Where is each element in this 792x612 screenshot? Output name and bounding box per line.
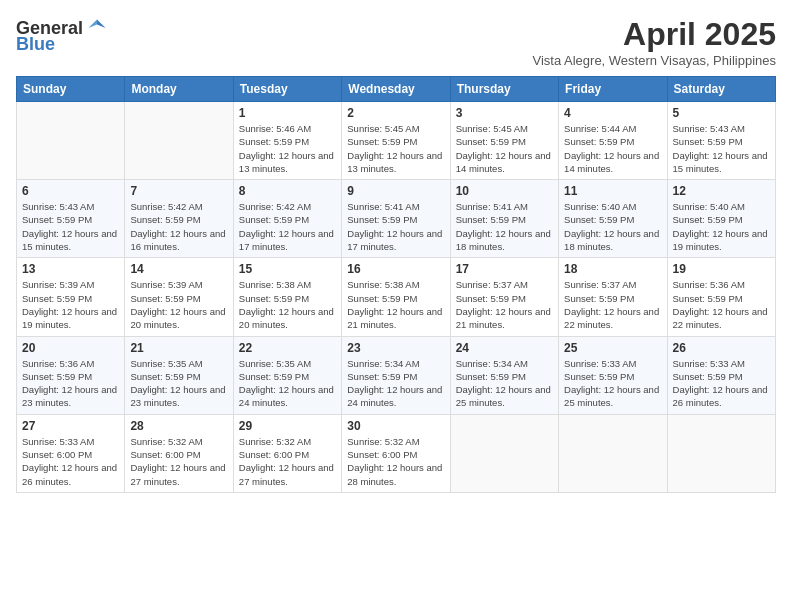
calendar-cell <box>450 414 558 492</box>
day-info: Sunrise: 5:38 AMSunset: 5:59 PMDaylight:… <box>347 278 444 331</box>
logo: General Blue <box>16 16 109 55</box>
calendar-cell: 21Sunrise: 5:35 AMSunset: 5:59 PMDayligh… <box>125 336 233 414</box>
calendar-cell: 18Sunrise: 5:37 AMSunset: 5:59 PMDayligh… <box>559 258 667 336</box>
title-block: April 2025 Vista Alegre, Western Visayas… <box>532 16 776 68</box>
day-number: 30 <box>347 419 444 433</box>
logo-blue: Blue <box>16 34 55 55</box>
day-number: 6 <box>22 184 119 198</box>
calendar-cell: 7Sunrise: 5:42 AMSunset: 5:59 PMDaylight… <box>125 180 233 258</box>
calendar-cell: 3Sunrise: 5:45 AMSunset: 5:59 PMDaylight… <box>450 102 558 180</box>
day-info: Sunrise: 5:39 AMSunset: 5:59 PMDaylight:… <box>22 278 119 331</box>
calendar-cell: 20Sunrise: 5:36 AMSunset: 5:59 PMDayligh… <box>17 336 125 414</box>
day-info: Sunrise: 5:37 AMSunset: 5:59 PMDaylight:… <box>456 278 553 331</box>
day-number: 21 <box>130 341 227 355</box>
day-info: Sunrise: 5:42 AMSunset: 5:59 PMDaylight:… <box>130 200 227 253</box>
calendar-cell: 10Sunrise: 5:41 AMSunset: 5:59 PMDayligh… <box>450 180 558 258</box>
day-number: 22 <box>239 341 336 355</box>
calendar-cell: 13Sunrise: 5:39 AMSunset: 5:59 PMDayligh… <box>17 258 125 336</box>
weekday-header-tuesday: Tuesday <box>233 77 341 102</box>
calendar-cell: 1Sunrise: 5:46 AMSunset: 5:59 PMDaylight… <box>233 102 341 180</box>
calendar-cell: 6Sunrise: 5:43 AMSunset: 5:59 PMDaylight… <box>17 180 125 258</box>
calendar-week-1: 1Sunrise: 5:46 AMSunset: 5:59 PMDaylight… <box>17 102 776 180</box>
location-text: Vista Alegre, Western Visayas, Philippin… <box>532 53 776 68</box>
day-info: Sunrise: 5:40 AMSunset: 5:59 PMDaylight:… <box>564 200 661 253</box>
day-number: 27 <box>22 419 119 433</box>
day-number: 24 <box>456 341 553 355</box>
day-number: 16 <box>347 262 444 276</box>
calendar-cell: 28Sunrise: 5:32 AMSunset: 6:00 PMDayligh… <box>125 414 233 492</box>
day-number: 12 <box>673 184 770 198</box>
day-info: Sunrise: 5:42 AMSunset: 5:59 PMDaylight:… <box>239 200 336 253</box>
calendar-cell: 23Sunrise: 5:34 AMSunset: 5:59 PMDayligh… <box>342 336 450 414</box>
day-number: 15 <box>239 262 336 276</box>
day-number: 1 <box>239 106 336 120</box>
day-info: Sunrise: 5:43 AMSunset: 5:59 PMDaylight:… <box>22 200 119 253</box>
day-number: 19 <box>673 262 770 276</box>
day-info: Sunrise: 5:32 AMSunset: 6:00 PMDaylight:… <box>347 435 444 488</box>
day-number: 18 <box>564 262 661 276</box>
day-number: 28 <box>130 419 227 433</box>
day-info: Sunrise: 5:34 AMSunset: 5:59 PMDaylight:… <box>456 357 553 410</box>
day-number: 13 <box>22 262 119 276</box>
calendar-cell <box>559 414 667 492</box>
day-number: 23 <box>347 341 444 355</box>
day-number: 14 <box>130 262 227 276</box>
day-info: Sunrise: 5:35 AMSunset: 5:59 PMDaylight:… <box>130 357 227 410</box>
day-info: Sunrise: 5:33 AMSunset: 6:00 PMDaylight:… <box>22 435 119 488</box>
calendar-cell: 9Sunrise: 5:41 AMSunset: 5:59 PMDaylight… <box>342 180 450 258</box>
day-info: Sunrise: 5:41 AMSunset: 5:59 PMDaylight:… <box>347 200 444 253</box>
calendar-cell: 14Sunrise: 5:39 AMSunset: 5:59 PMDayligh… <box>125 258 233 336</box>
day-info: Sunrise: 5:37 AMSunset: 5:59 PMDaylight:… <box>564 278 661 331</box>
weekday-header-saturday: Saturday <box>667 77 775 102</box>
calendar-cell: 4Sunrise: 5:44 AMSunset: 5:59 PMDaylight… <box>559 102 667 180</box>
day-number: 26 <box>673 341 770 355</box>
day-number: 7 <box>130 184 227 198</box>
day-number: 20 <box>22 341 119 355</box>
calendar-cell: 11Sunrise: 5:40 AMSunset: 5:59 PMDayligh… <box>559 180 667 258</box>
calendar-cell: 16Sunrise: 5:38 AMSunset: 5:59 PMDayligh… <box>342 258 450 336</box>
day-number: 5 <box>673 106 770 120</box>
day-info: Sunrise: 5:36 AMSunset: 5:59 PMDaylight:… <box>673 278 770 331</box>
page-header: General Blue April 2025 Vista Alegre, We… <box>16 16 776 68</box>
weekday-header-row: SundayMondayTuesdayWednesdayThursdayFrid… <box>17 77 776 102</box>
day-number: 4 <box>564 106 661 120</box>
calendar-cell: 30Sunrise: 5:32 AMSunset: 6:00 PMDayligh… <box>342 414 450 492</box>
calendar-cell: 26Sunrise: 5:33 AMSunset: 5:59 PMDayligh… <box>667 336 775 414</box>
calendar-cell: 5Sunrise: 5:43 AMSunset: 5:59 PMDaylight… <box>667 102 775 180</box>
day-info: Sunrise: 5:45 AMSunset: 5:59 PMDaylight:… <box>456 122 553 175</box>
day-number: 2 <box>347 106 444 120</box>
calendar-cell: 12Sunrise: 5:40 AMSunset: 5:59 PMDayligh… <box>667 180 775 258</box>
day-number: 29 <box>239 419 336 433</box>
calendar-cell: 8Sunrise: 5:42 AMSunset: 5:59 PMDaylight… <box>233 180 341 258</box>
weekday-header-monday: Monday <box>125 77 233 102</box>
calendar-week-3: 13Sunrise: 5:39 AMSunset: 5:59 PMDayligh… <box>17 258 776 336</box>
calendar-cell: 15Sunrise: 5:38 AMSunset: 5:59 PMDayligh… <box>233 258 341 336</box>
calendar-cell: 22Sunrise: 5:35 AMSunset: 5:59 PMDayligh… <box>233 336 341 414</box>
calendar-cell: 25Sunrise: 5:33 AMSunset: 5:59 PMDayligh… <box>559 336 667 414</box>
day-info: Sunrise: 5:38 AMSunset: 5:59 PMDaylight:… <box>239 278 336 331</box>
day-info: Sunrise: 5:34 AMSunset: 5:59 PMDaylight:… <box>347 357 444 410</box>
calendar-cell: 27Sunrise: 5:33 AMSunset: 6:00 PMDayligh… <box>17 414 125 492</box>
day-info: Sunrise: 5:43 AMSunset: 5:59 PMDaylight:… <box>673 122 770 175</box>
calendar-cell: 19Sunrise: 5:36 AMSunset: 5:59 PMDayligh… <box>667 258 775 336</box>
calendar-cell: 24Sunrise: 5:34 AMSunset: 5:59 PMDayligh… <box>450 336 558 414</box>
calendar-week-4: 20Sunrise: 5:36 AMSunset: 5:59 PMDayligh… <box>17 336 776 414</box>
calendar-week-2: 6Sunrise: 5:43 AMSunset: 5:59 PMDaylight… <box>17 180 776 258</box>
weekday-header-friday: Friday <box>559 77 667 102</box>
weekday-header-thursday: Thursday <box>450 77 558 102</box>
day-info: Sunrise: 5:33 AMSunset: 5:59 PMDaylight:… <box>673 357 770 410</box>
day-number: 10 <box>456 184 553 198</box>
calendar-cell: 2Sunrise: 5:45 AMSunset: 5:59 PMDaylight… <box>342 102 450 180</box>
day-info: Sunrise: 5:32 AMSunset: 6:00 PMDaylight:… <box>239 435 336 488</box>
day-info: Sunrise: 5:46 AMSunset: 5:59 PMDaylight:… <box>239 122 336 175</box>
day-number: 9 <box>347 184 444 198</box>
day-info: Sunrise: 5:41 AMSunset: 5:59 PMDaylight:… <box>456 200 553 253</box>
calendar-cell: 29Sunrise: 5:32 AMSunset: 6:00 PMDayligh… <box>233 414 341 492</box>
month-year-title: April 2025 <box>532 16 776 53</box>
calendar-cell <box>125 102 233 180</box>
day-info: Sunrise: 5:40 AMSunset: 5:59 PMDaylight:… <box>673 200 770 253</box>
day-number: 3 <box>456 106 553 120</box>
day-number: 17 <box>456 262 553 276</box>
day-info: Sunrise: 5:44 AMSunset: 5:59 PMDaylight:… <box>564 122 661 175</box>
day-info: Sunrise: 5:35 AMSunset: 5:59 PMDaylight:… <box>239 357 336 410</box>
